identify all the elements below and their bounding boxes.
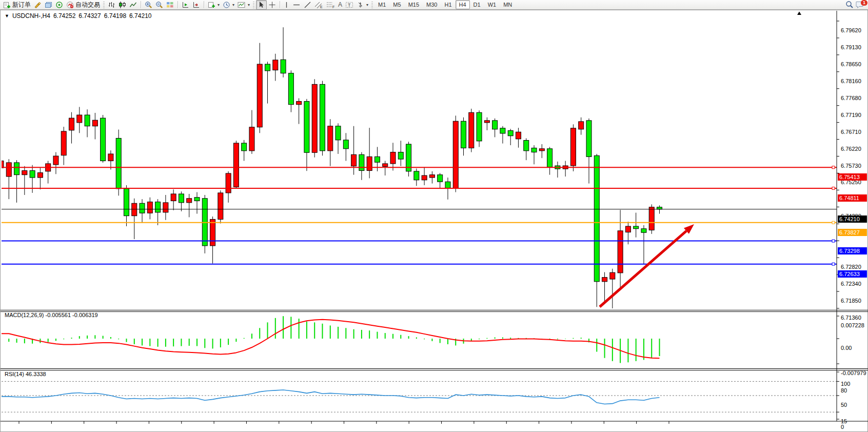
tab-timeframe-m1[interactable]: M1 [374, 0, 389, 9]
shapes-icon [357, 1, 364, 9]
tab-timeframe-w1[interactable]: W1 [484, 0, 500, 9]
candlestick-icon [119, 1, 126, 9]
price-level-badge: 6.72633 [838, 270, 867, 278]
chart-high-value: 6.74327 [78, 12, 101, 19]
zoom-out-icon [155, 1, 163, 9]
search-button[interactable] [844, 1, 855, 9]
new-order-label: 新订单 [12, 1, 31, 9]
new-chart-button[interactable]: ▾ [206, 1, 221, 9]
chart-title: ▼ USDCNH-,H4 6.74252 6.74327 6.74198 6.7… [5, 12, 152, 19]
bar-chart-button[interactable] [106, 1, 117, 9]
price-tick-label: 6.79130 [841, 44, 861, 50]
line-chart-button[interactable] [128, 1, 139, 9]
tile-windows-button[interactable] [165, 1, 175, 9]
auto-scroll-button[interactable] [191, 1, 202, 9]
price-tick-label: 6.77190 [841, 112, 861, 118]
chart-window: ▼ USDCNH-,H4 6.74252 6.74327 6.74198 6.7… [0, 10, 868, 432]
new-order-button[interactable]: 新订单 [2, 1, 32, 9]
macd-tick-label: 0.007228 [841, 322, 864, 328]
tab-timeframe-h4[interactable]: H4 [456, 0, 470, 9]
horizontal-line-tool[interactable] [291, 1, 302, 9]
price-tick-label: 6.71850 [841, 298, 861, 304]
macd-tick-label: 0.00 [841, 345, 852, 351]
text-tool-icon: A [338, 1, 342, 8]
svg-text:T: T [348, 3, 351, 8]
chart-shift-icon [182, 1, 189, 9]
svg-text:F: F [332, 5, 334, 9]
styler-button[interactable] [32, 1, 43, 9]
vertical-line-icon [284, 1, 289, 9]
ohlc-bars-icon [108, 1, 115, 9]
price-level-badge: 6.73298 [838, 247, 867, 254]
trendline-tool[interactable] [302, 1, 313, 9]
macd-values: -0.005561 -0.006319 [45, 312, 97, 318]
cursor-tool-button[interactable] [256, 0, 267, 10]
cursor-icon [258, 1, 265, 8]
crosshair-tool-button[interactable] [267, 1, 278, 9]
tab-timeframe-d1[interactable]: D1 [470, 0, 484, 9]
fibonacci-tool[interactable]: F [325, 1, 337, 9]
price-tick-label: 6.72820 [841, 264, 861, 270]
shapes-tool[interactable]: ▾ [355, 1, 370, 9]
line-chart-icon [129, 1, 137, 9]
tab-timeframe-h1[interactable]: H1 [441, 0, 455, 9]
chart-menu-icon[interactable]: ▼ [5, 13, 9, 18]
auto-scroll-icon [192, 1, 200, 9]
profiles-button[interactable] [43, 1, 54, 9]
dropdown-arrow-icon: ▾ [218, 3, 220, 7]
price-tick-label: 6.79620 [841, 27, 861, 33]
text-label-tool[interactable]: T [344, 1, 355, 9]
templates-button[interactable]: ▾ [236, 1, 251, 9]
candlestick-button[interactable] [117, 1, 128, 9]
tab-timeframe-m15[interactable]: M15 [405, 0, 423, 9]
price-level-badge: 6.74210 [838, 215, 867, 223]
price-tick-label: 6.76710 [841, 129, 861, 135]
crosshair-icon [268, 1, 276, 9]
tab-timeframe-mn[interactable]: MN [500, 0, 516, 9]
market-watch-button[interactable] [54, 1, 65, 9]
dropdown-arrow-icon: ▾ [366, 3, 368, 7]
rsi-name: RSI(14) [5, 371, 24, 377]
new-chart-icon [208, 1, 215, 9]
zoom-out-button[interactable] [154, 1, 165, 9]
dropdown-arrow-icon: ▾ [248, 3, 250, 7]
fibonacci-icon: F [326, 1, 335, 9]
toolbar-separator [204, 1, 204, 8]
tile-windows-icon [166, 1, 174, 9]
toolbar-grip [103, 2, 105, 8]
toolbar-separator [280, 1, 280, 8]
radar-icon [55, 1, 63, 9]
rsi-value: 46.3338 [26, 371, 46, 377]
chart-canvas[interactable] [1, 10, 868, 432]
macd-name: MACD(12,26,9) [5, 312, 44, 318]
terminal-window: 新订单 自动交易 [0, 0, 868, 432]
rsi-tick-label: 80 [841, 387, 847, 394]
vertical-line-tool[interactable] [282, 1, 291, 9]
auto-trading-label: 自动交易 [75, 1, 100, 9]
horizontal-line-icon [292, 1, 301, 9]
price-tick-label: 6.75730 [841, 163, 861, 169]
chart-shift-button[interactable] [180, 1, 191, 9]
price-tick-label: 6.71360 [841, 315, 861, 321]
tab-timeframe-m5[interactable]: M5 [389, 0, 404, 9]
toolbar-grip [371, 2, 373, 8]
chart-low-value: 6.74198 [104, 12, 126, 19]
chart-open-value: 6.74252 [53, 12, 75, 19]
notification-count-badge: 1 [861, 0, 867, 6]
macd-tick-label: -0.007979 [841, 370, 866, 376]
text-tool[interactable]: A [337, 1, 344, 9]
rsi-tick-label: 0 [841, 424, 844, 430]
notifications-button[interactable]: 1 [855, 1, 866, 9]
equidistant-channel-tool[interactable]: E [313, 1, 325, 9]
auto-trading-icon [66, 1, 74, 9]
tab-timeframe-m30[interactable]: M30 [423, 0, 441, 9]
price-level-badge: 6.75413 [838, 173, 867, 181]
toolbar-separator [141, 1, 141, 8]
auto-trading-button[interactable]: 自动交易 [65, 1, 102, 9]
price-tick-label: 6.72340 [841, 281, 861, 287]
zoom-in-button[interactable] [143, 1, 154, 9]
dropdown-arrow-icon: ▾ [232, 3, 234, 7]
template-icon [238, 1, 246, 9]
trendline-icon [304, 1, 311, 9]
periods-button[interactable]: ▾ [221, 1, 236, 9]
